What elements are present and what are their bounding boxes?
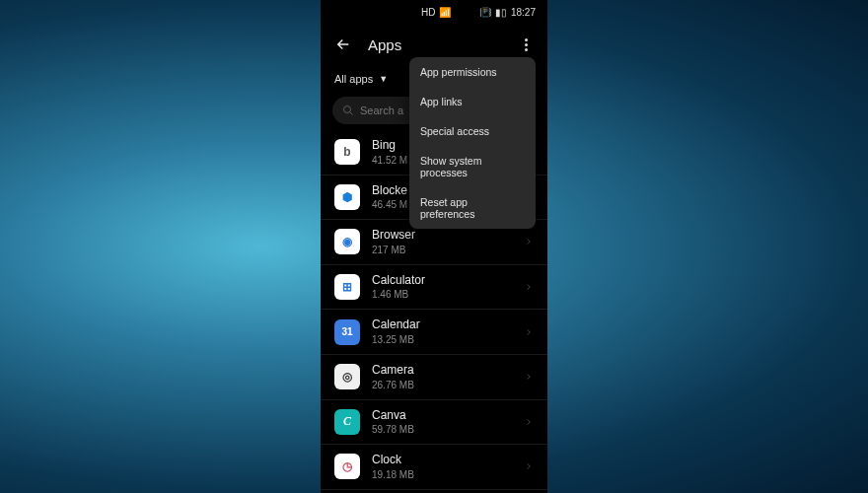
page-title: Apps: [368, 36, 502, 53]
app-row[interactable]: C Canva 59.78 MB: [321, 400, 547, 446]
phone-frame: HD 📶 📳 ▮▯ 18:27 Apps All apps ▼ Search a…: [321, 0, 547, 493]
app-icon: 31: [334, 319, 360, 345]
battery-icon: ▮▯: [495, 7, 507, 18]
app-info: Canva 59.78 MB: [372, 408, 512, 437]
app-size: 59.78 MB: [372, 423, 512, 436]
overflow-menu: App permissionsApp linksSpecial accessSh…: [409, 57, 536, 229]
chevron-right-icon: [524, 237, 534, 246]
app-row[interactable]: ◎ Camera 26.76 MB: [321, 355, 547, 400]
chevron-right-icon: [524, 372, 534, 382]
app-info: Calculator 1.46 MB: [372, 273, 512, 302]
app-name: Canva: [372, 408, 512, 424]
menu-item[interactable]: App permissions: [409, 57, 536, 87]
caret-down-icon: ▼: [379, 74, 388, 84]
app-size: 26.76 MB: [372, 379, 512, 391]
app-info: Clock 19.18 MB: [372, 453, 512, 481]
app-info: Browser 217 MB: [372, 228, 512, 256]
app-name: Calculator: [372, 273, 512, 289]
app-icon: ◉: [334, 229, 360, 254]
app-size: 13.25 MB: [372, 333, 512, 346]
chevron-right-icon: [524, 327, 534, 337]
menu-item[interactable]: Show system processes: [409, 146, 536, 187]
app-name: Browser: [372, 228, 512, 244]
app-name: Camera: [372, 363, 512, 379]
back-icon[interactable]: [334, 35, 352, 53]
search-icon: [342, 105, 354, 116]
app-name: Calendar: [372, 317, 512, 333]
app-info: Camera 26.76 MB: [372, 363, 512, 391]
app-icon: ⬢: [334, 184, 360, 210]
chevron-right-icon: [524, 282, 534, 292]
app-icon: ◷: [334, 454, 360, 479]
app-info: Calendar 13.25 MB: [372, 317, 512, 346]
chevron-right-icon: [524, 461, 534, 471]
vibrate-icon: 📳: [479, 7, 491, 18]
app-row[interactable]: 31 Calendar 13.25 MB: [321, 310, 547, 355]
search-placeholder: Search a: [360, 105, 403, 116]
app-icon: C: [334, 409, 360, 435]
signal-icon: 📶: [439, 7, 451, 18]
app-icon: b: [334, 139, 360, 165]
app-icon: ◎: [334, 364, 360, 389]
more-icon[interactable]: [518, 36, 534, 52]
app-row[interactable]: ◷ Clock 19.18 MB: [321, 445, 547, 490]
filter-label: All apps: [334, 73, 373, 85]
status-bar: HD 📶 📳 ▮▯ 18:27: [321, 0, 547, 24]
app-row[interactable]: ⊞ Calculator 1.46 MB: [321, 265, 547, 311]
app-size: 1.46 MB: [372, 288, 512, 301]
app-size: 217 MB: [372, 244, 512, 256]
app-name: Clock: [372, 453, 512, 468]
app-icon: ⊞: [334, 274, 360, 300]
menu-item[interactable]: Special access: [409, 116, 536, 146]
svg-point-0: [344, 106, 351, 113]
menu-item[interactable]: App links: [409, 87, 536, 116]
app-size: 19.18 MB: [372, 468, 512, 481]
menu-item[interactable]: Reset app preferences: [409, 187, 536, 229]
chevron-right-icon: [524, 417, 534, 427]
clock-time: 18:27: [511, 7, 536, 18]
hd-indicator: HD: [421, 7, 435, 18]
